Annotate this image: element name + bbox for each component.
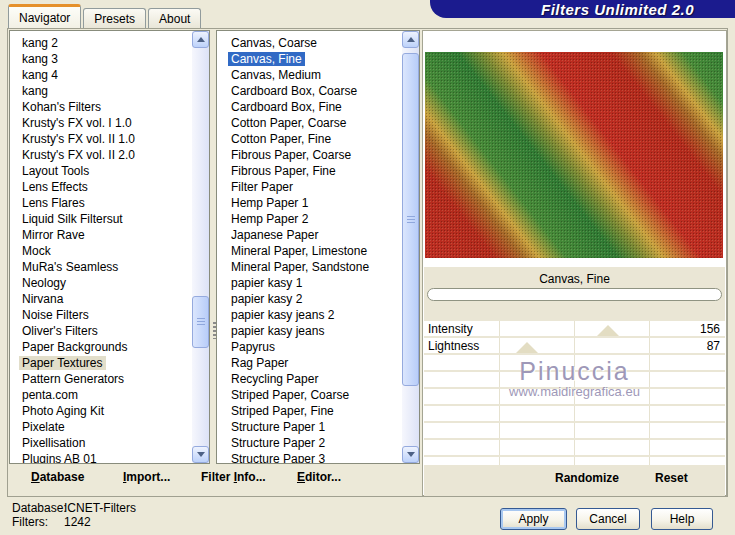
category-item[interactable]: kang 2 <box>10 35 192 51</box>
category-item[interactable]: Pixelate <box>10 419 192 435</box>
filter-item[interactable]: Cotton Paper, Fine <box>217 131 402 147</box>
category-item[interactable]: Layout Tools <box>10 163 192 179</box>
empty-slider-row <box>424 423 725 438</box>
scroll-up-button[interactable] <box>402 31 419 48</box>
filter-item[interactable]: papier kasy 1 <box>217 275 402 291</box>
filter-item[interactable]: Striped Paper, Fine <box>217 403 402 419</box>
filter-item[interactable]: papier kasy 2 <box>217 291 402 307</box>
apply-button[interactable]: Apply <box>500 508 567 530</box>
filter-item[interactable]: Japanese Paper <box>217 227 402 243</box>
filter-item[interactable]: Fibrous Paper, Fine <box>217 163 402 179</box>
chevron-up-icon <box>197 37 205 42</box>
category-item[interactable]: Noise Filters <box>10 307 192 323</box>
empty-slider-row <box>424 457 725 465</box>
preview-panel: Canvas, Fine Intensity156Lightness87 Pin… <box>422 30 727 496</box>
slider-label: Lightness <box>428 339 479 353</box>
randomize-button[interactable]: Randomize <box>555 471 619 485</box>
category-item[interactable]: Krusty's FX vol. I 1.0 <box>10 115 192 131</box>
reset-button[interactable]: Reset <box>655 471 688 485</box>
database-button[interactable]: Database <box>31 470 84 484</box>
category-item[interactable]: kang 3 <box>10 51 192 67</box>
status-value: ICNET-Filters <box>64 501 136 515</box>
filter-item[interactable]: Mineral Paper, Sandstone <box>217 259 402 275</box>
filter-preview-image <box>425 52 723 258</box>
category-item[interactable]: Paper Backgrounds <box>10 339 192 355</box>
category-item[interactable]: Mock <box>10 243 192 259</box>
slider-handle[interactable] <box>516 342 538 353</box>
filter-item[interactable]: Striped Paper, Coarse <box>217 387 402 403</box>
import-button[interactable]: Import... <box>123 470 170 484</box>
category-item[interactable]: penta.com <box>10 387 192 403</box>
category-item[interactable]: kang <box>10 83 192 99</box>
filter-item[interactable]: Hemp Paper 2 <box>217 211 402 227</box>
filter-item[interactable]: Canvas, Fine <box>217 51 402 67</box>
filter-item[interactable]: Cardboard Box, Coarse <box>217 83 402 99</box>
category-item[interactable]: MuRa's Seamless <box>10 259 192 275</box>
chevron-down-icon <box>407 452 415 457</box>
empty-slider-row <box>424 355 725 370</box>
filter-item[interactable]: Mineral Paper, Limestone <box>217 243 402 259</box>
filter-item[interactable]: Canvas, Medium <box>217 67 402 83</box>
category-item[interactable]: Nirvana <box>10 291 192 307</box>
slider-handle[interactable] <box>597 325 619 336</box>
scroll-down-button[interactable] <box>402 446 419 463</box>
filter-item[interactable]: Fibrous Paper, Coarse <box>217 147 402 163</box>
scroll-up-button[interactable] <box>192 31 209 48</box>
category-item[interactable]: Pattern Generators <box>10 371 192 387</box>
filter-item[interactable]: Structure Paper 2 <box>217 435 402 451</box>
category-scrollbar[interactable] <box>192 31 209 463</box>
tab-about[interactable]: About <box>148 8 201 29</box>
category-item[interactable]: Pixellisation <box>10 435 192 451</box>
status-value: 1242 <box>64 515 91 529</box>
scroll-down-button[interactable] <box>192 446 209 463</box>
filter-item[interactable]: Structure Paper 1 <box>217 419 402 435</box>
editor-button[interactable]: Editor... <box>297 470 341 484</box>
grip-icon <box>407 216 415 224</box>
filter-info-button[interactable]: Filter Info... <box>201 470 266 484</box>
lightness-slider-row[interactable]: Lightness87 <box>424 338 725 353</box>
category-item[interactable]: Liquid Silk Filtersut <box>10 211 192 227</box>
filter-item[interactable]: papier kasy jeans 2 <box>217 307 402 323</box>
category-items: kang 2kang 3kang 4kangKohan's FiltersKru… <box>10 31 192 463</box>
status-label: Filters: <box>12 515 64 529</box>
category-item[interactable]: Mirror Rave <box>10 227 192 243</box>
slider-value: 156 <box>700 322 720 336</box>
tab-navigator[interactable]: Navigator <box>8 4 81 29</box>
scrollbar-thumb[interactable] <box>402 53 419 386</box>
cancel-button[interactable]: Cancel <box>576 508 640 530</box>
filter-item[interactable]: papier kasy jeans <box>217 323 402 339</box>
chevron-up-icon <box>407 37 415 42</box>
category-item[interactable]: Neology <box>10 275 192 291</box>
category-item[interactable]: Paper Textures <box>10 355 192 371</box>
filter-item[interactable]: Filter Paper <box>217 179 402 195</box>
filter-item[interactable]: Cardboard Box, Fine <box>217 99 402 115</box>
navigator-panel: kang 2kang 3kang 4kangKohan's FiltersKru… <box>7 28 728 497</box>
help-button[interactable]: Help <box>651 508 713 530</box>
category-item[interactable]: Lens Effects <box>10 179 192 195</box>
filter-scrollbar[interactable] <box>402 31 419 463</box>
filter-item[interactable]: Structure Paper 3 <box>217 451 402 464</box>
category-item[interactable]: Oliver's Filters <box>10 323 192 339</box>
slider-label: Intensity <box>428 322 473 336</box>
category-item[interactable]: Krusty's FX vol. II 1.0 <box>10 131 192 147</box>
filter-listbox: Canvas, CoarseCanvas, FineCanvas, Medium… <box>216 30 420 464</box>
category-item[interactable]: kang 4 <box>10 67 192 83</box>
filter-item[interactable]: Rag Paper <box>217 355 402 371</box>
empty-slider-row <box>424 406 725 421</box>
filter-item[interactable]: Recycling Paper <box>217 371 402 387</box>
category-item[interactable]: Krusty's FX vol. II 2.0 <box>10 147 192 163</box>
category-item[interactable]: Lens Flares <box>10 195 192 211</box>
category-item[interactable]: Kohan's Filters <box>10 99 192 115</box>
grip-icon <box>197 318 205 326</box>
filter-item[interactable]: Hemp Paper 1 <box>217 195 402 211</box>
current-filter-label: Canvas, Fine <box>424 267 725 286</box>
scrollbar-thumb[interactable] <box>192 296 209 348</box>
category-item[interactable]: Photo Aging Kit <box>10 403 192 419</box>
filter-item[interactable]: Papyrus <box>217 339 402 355</box>
filter-item[interactable]: Cotton Paper, Coarse <box>217 115 402 131</box>
tab-presets[interactable]: Presets <box>83 8 146 29</box>
category-item[interactable]: Plugins AB 01 <box>10 451 192 464</box>
tab-bar: NavigatorPresetsAbout <box>8 4 203 29</box>
filter-item[interactable]: Canvas, Coarse <box>217 35 402 51</box>
intensity-slider-row[interactable]: Intensity156 <box>424 321 725 336</box>
